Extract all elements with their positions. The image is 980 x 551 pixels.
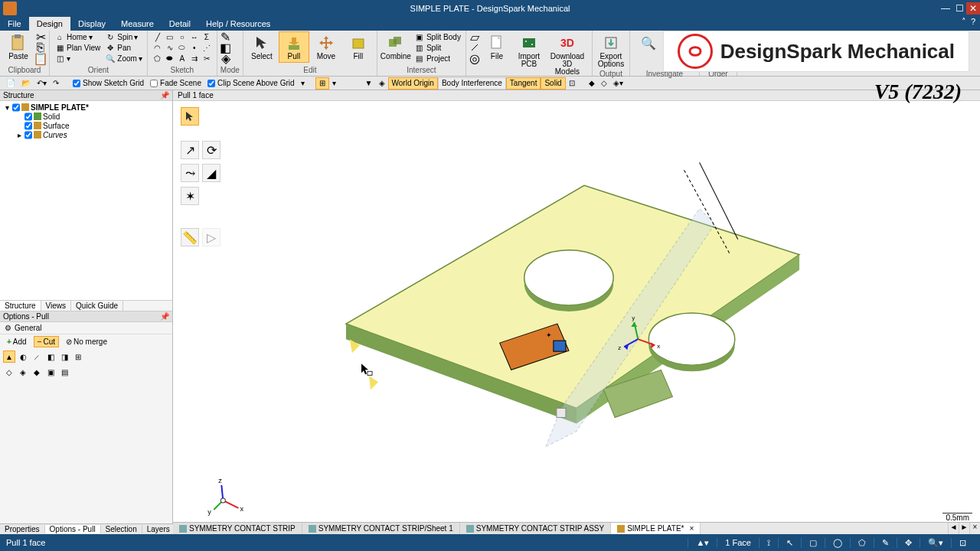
opt-icon-11[interactable]: ▤: [58, 366, 70, 378]
text-icon[interactable]: A: [177, 53, 188, 64]
opt-icon-1[interactable]: ▲: [3, 350, 15, 363]
extra2-icon[interactable]: ◇: [598, 77, 610, 90]
arc-icon[interactable]: ◠: [152, 42, 163, 53]
spline-icon[interactable]: ∿: [165, 42, 175, 53]
zoom-button[interactable]: 🔍Zoom▾: [103, 53, 144, 64]
status-move-icon[interactable]: ✥: [897, 538, 920, 548]
cut-option[interactable]: −Cut: [34, 336, 59, 347]
download-3d-button[interactable]: 3DDownload 3D Models: [546, 31, 589, 78]
snap-options[interactable]: ▾: [329, 77, 339, 90]
menu-help[interactable]: Help / Resources: [198, 17, 278, 31]
fill-button[interactable]: Fill: [343, 31, 374, 63]
nomerge-option[interactable]: ⊘No merge: [62, 336, 111, 347]
tab-next-icon[interactable]: ►: [959, 523, 969, 534]
move-button[interactable]: Move: [311, 31, 341, 63]
extra3-dropdown[interactable]: ◈▾: [610, 77, 626, 90]
extra1-icon[interactable]: ◆: [586, 77, 598, 90]
tangent-toggle[interactable]: Tangent: [506, 77, 541, 90]
sum-icon[interactable]: Σ: [201, 31, 212, 42]
pull-button[interactable]: Pull: [279, 31, 309, 63]
opt-icon-7[interactable]: ◇: [3, 366, 15, 378]
status-box-icon[interactable]: ▢: [801, 538, 825, 548]
opt-icon-9[interactable]: ◆: [31, 366, 43, 378]
split-button[interactable]: ▥Split: [413, 42, 462, 53]
import-pcb-button[interactable]: Import PCB: [514, 31, 544, 70]
tab-options-pull[interactable]: Options - Pull: [45, 525, 101, 533]
world-origin-toggle[interactable]: World Origin: [388, 77, 438, 90]
pin-icon[interactable]: 📌: [160, 312, 169, 321]
select-button[interactable]: Select: [247, 31, 277, 63]
opt-icon-10[interactable]: ▣: [44, 366, 57, 378]
project-button[interactable]: ▤Project: [413, 53, 462, 64]
poly-icon[interactable]: ⬠: [152, 53, 163, 64]
fade-scene-checkbox[interactable]: Fade Scene: [147, 77, 204, 90]
rect-icon[interactable]: ▭: [165, 31, 175, 42]
tab-layers[interactable]: Layers: [142, 525, 175, 533]
circle-icon[interactable]: ○: [177, 31, 188, 42]
spin-button[interactable]: ↻Spin▾: [103, 31, 144, 42]
highlight-icon[interactable]: ◈: [376, 77, 388, 90]
menu-display[interactable]: Display: [70, 17, 113, 31]
close-button[interactable]: ✕: [966, 2, 980, 15]
maximize-button[interactable]: ☐: [952, 2, 966, 15]
ellipse-icon[interactable]: ⬭: [177, 42, 188, 53]
trim-icon[interactable]: ✂: [201, 53, 212, 64]
pan-button[interactable]: ✥Pan: [103, 42, 144, 53]
3d-canvas[interactable]: ↗ ⟳ ⤳ ◢ ✶ 📏 ▷: [173, 101, 980, 523]
snap-icon[interactable]: ⊞: [315, 77, 329, 90]
combine-button[interactable]: Combine: [381, 31, 411, 63]
export-button[interactable]: Export Options: [596, 31, 626, 70]
status-snap-icon[interactable]: ⟟: [759, 538, 778, 548]
opt-icon-3[interactable]: ⟋: [31, 350, 43, 363]
tree-item-surface[interactable]: Surface: [3, 121, 169, 130]
status-fit-icon[interactable]: ⊡: [951, 538, 974, 548]
point-icon[interactable]: •: [189, 42, 200, 53]
status-paint-icon[interactable]: ✎: [874, 538, 897, 548]
show-sketch-grid-checkbox[interactable]: Show Sketch Grid: [70, 77, 147, 90]
pin-icon[interactable]: 📌: [160, 91, 169, 99]
construction-icon[interactable]: ⋰: [201, 42, 212, 53]
menu-design[interactable]: Design: [29, 17, 70, 31]
redo-icon[interactable]: ↷: [50, 77, 62, 90]
status-dropdown[interactable]: ▲▾: [688, 538, 717, 548]
insert-origin-icon[interactable]: ◎: [469, 53, 480, 64]
tab-prev-icon[interactable]: ◄: [948, 523, 959, 534]
opt-icon-8[interactable]: ◈: [17, 366, 29, 378]
tree-item-curves[interactable]: ▸Curves: [3, 130, 169, 139]
doc-tab-2[interactable]: SYMMETRY CONTACT STRIP ASSY: [460, 523, 611, 534]
wire-icon[interactable]: ⊡: [566, 77, 578, 90]
dim-icon[interactable]: ↔: [189, 31, 200, 42]
split-body-button[interactable]: ▣Split Body: [413, 31, 462, 42]
tab-selection[interactable]: Selection: [101, 525, 142, 533]
status-cursor-icon[interactable]: ↖: [778, 538, 801, 548]
menu-measure[interactable]: Measure: [113, 17, 162, 31]
opt-icon-6[interactable]: ⊞: [72, 350, 84, 363]
add-option[interactable]: +Add: [3, 336, 31, 347]
opt-icon-5[interactable]: ◨: [58, 350, 70, 363]
tab-close-icon[interactable]: ×: [969, 523, 980, 534]
tree-item-solid[interactable]: Solid: [3, 112, 169, 121]
doc-tab-3[interactable]: SIMPLE PLATE*×: [611, 523, 701, 534]
open-icon[interactable]: 📂: [18, 77, 34, 90]
menu-detail[interactable]: Detail: [162, 17, 198, 31]
menu-file[interactable]: File: [0, 17, 29, 31]
tab-quick-guide[interactable]: Quick Guide: [71, 301, 123, 311]
plan-view-button[interactable]: ▦Plan View: [53, 42, 102, 53]
filter-icon[interactable]: ▼: [362, 77, 376, 90]
home-view-button[interactable]: ⌂Home▾: [53, 31, 102, 42]
body-interference-toggle[interactable]: Body Interference: [438, 77, 506, 90]
tab-structure[interactable]: Structure: [0, 301, 41, 311]
undo-icon[interactable]: ↶▾: [34, 77, 50, 90]
opt-icon-4[interactable]: ◧: [44, 350, 57, 363]
doc-tab-0[interactable]: SYMMETRY CONTACT STRIP: [173, 523, 302, 534]
clip-above-grid-checkbox[interactable]: Clip Scene Above Grid: [204, 77, 298, 90]
status-lasso-icon[interactable]: ◯: [825, 538, 850, 548]
paste-small-icon[interactable]: 📋: [35, 53, 46, 64]
help-icon[interactable]: ?: [971, 17, 975, 31]
tree-root[interactable]: ▾SIMPLE PLATE*: [3, 103, 169, 112]
new-icon[interactable]: 📄: [3, 77, 18, 90]
solid-toggle[interactable]: Solid: [541, 77, 565, 90]
slot-icon[interactable]: ⬬: [165, 53, 175, 64]
options-general[interactable]: ⚙General: [0, 322, 172, 334]
grid-dropdown[interactable]: ▾: [298, 77, 308, 90]
